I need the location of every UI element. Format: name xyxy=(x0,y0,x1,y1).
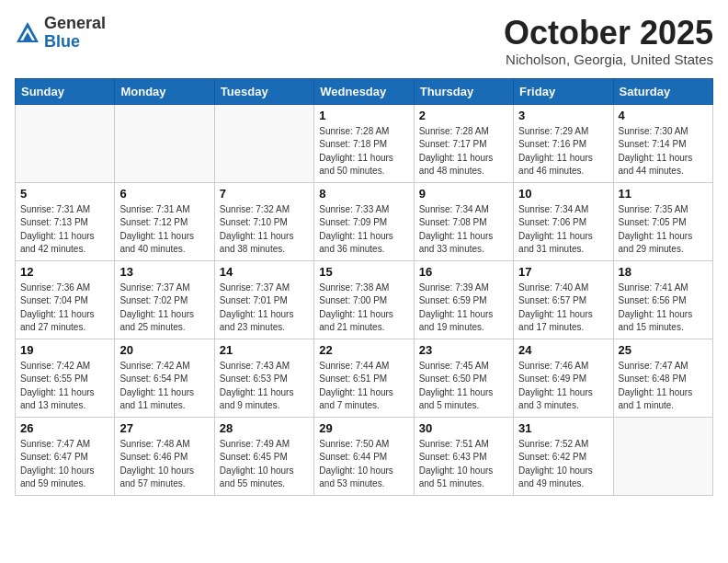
logo-blue: Blue xyxy=(44,32,80,51)
location: Nicholson, Georgia, United States xyxy=(504,52,713,67)
day-info: Sunrise: 7:47 AM Sunset: 6:48 PM Dayligh… xyxy=(619,360,708,413)
calendar-cell: 16Sunrise: 7:39 AM Sunset: 6:59 PM Dayli… xyxy=(414,260,513,339)
calendar-cell: 10Sunrise: 7:34 AM Sunset: 7:06 PM Dayli… xyxy=(514,182,613,260)
calendar-cell: 2Sunrise: 7:28 AM Sunset: 7:17 PM Daylig… xyxy=(414,104,513,182)
calendar-cell: 26Sunrise: 7:47 AM Sunset: 6:47 PM Dayli… xyxy=(16,417,115,495)
calendar-cell: 22Sunrise: 7:44 AM Sunset: 6:51 PM Dayli… xyxy=(314,339,414,417)
day-info: Sunrise: 7:37 AM Sunset: 7:01 PM Dayligh… xyxy=(220,282,309,335)
day-number: 20 xyxy=(119,343,209,357)
day-number: 15 xyxy=(319,265,408,279)
day-info: Sunrise: 7:28 AM Sunset: 7:17 PM Dayligh… xyxy=(419,125,508,178)
day-number: 22 xyxy=(319,343,408,357)
day-info: Sunrise: 7:48 AM Sunset: 6:46 PM Dayligh… xyxy=(119,438,209,491)
day-number: 9 xyxy=(419,187,508,201)
day-number: 25 xyxy=(619,343,708,357)
calendar-cell: 24Sunrise: 7:46 AM Sunset: 6:49 PM Dayli… xyxy=(514,339,613,417)
day-number: 19 xyxy=(20,343,109,357)
day-number: 23 xyxy=(419,343,508,357)
calendar-week-row: 19Sunrise: 7:42 AM Sunset: 6:55 PM Dayli… xyxy=(16,339,713,417)
calendar-cell: 25Sunrise: 7:47 AM Sunset: 6:48 PM Dayli… xyxy=(613,339,712,417)
calendar-cell: 30Sunrise: 7:51 AM Sunset: 6:43 PM Dayli… xyxy=(414,417,513,495)
calendar-cell xyxy=(214,104,313,182)
day-number: 16 xyxy=(419,265,508,279)
calendar-week-row: 5Sunrise: 7:31 AM Sunset: 7:13 PM Daylig… xyxy=(16,182,713,260)
day-info: Sunrise: 7:31 AM Sunset: 7:12 PM Dayligh… xyxy=(119,203,209,257)
day-info: Sunrise: 7:28 AM Sunset: 7:18 PM Dayligh… xyxy=(319,125,408,178)
day-info: Sunrise: 7:45 AM Sunset: 6:50 PM Dayligh… xyxy=(419,360,508,413)
calendar-cell xyxy=(613,417,712,495)
day-info: Sunrise: 7:32 AM Sunset: 7:10 PM Dayligh… xyxy=(220,203,309,257)
calendar-cell: 1Sunrise: 7:28 AM Sunset: 7:18 PM Daylig… xyxy=(314,104,414,182)
calendar-cell: 17Sunrise: 7:40 AM Sunset: 6:57 PM Dayli… xyxy=(514,260,613,339)
weekday-header-thursday: Thursday xyxy=(414,78,513,104)
day-number: 18 xyxy=(619,265,708,279)
day-number: 11 xyxy=(619,187,708,201)
day-info: Sunrise: 7:37 AM Sunset: 7:02 PM Dayligh… xyxy=(119,282,209,335)
day-number: 31 xyxy=(518,421,608,435)
day-info: Sunrise: 7:47 AM Sunset: 6:47 PM Dayligh… xyxy=(20,438,109,491)
calendar-cell: 13Sunrise: 7:37 AM Sunset: 7:02 PM Dayli… xyxy=(115,260,214,339)
calendar-cell: 3Sunrise: 7:29 AM Sunset: 7:16 PM Daylig… xyxy=(514,104,613,182)
calendar-cell: 14Sunrise: 7:37 AM Sunset: 7:01 PM Dayli… xyxy=(214,260,313,339)
weekday-header-friday: Friday xyxy=(514,78,613,104)
weekday-header-saturday: Saturday xyxy=(613,78,712,104)
day-info: Sunrise: 7:43 AM Sunset: 6:53 PM Dayligh… xyxy=(220,360,309,413)
day-number: 4 xyxy=(619,109,708,122)
weekday-header-row: SundayMondayTuesdayWednesdayThursdayFrid… xyxy=(16,78,713,104)
title-block: October 2025 Nicholson, Georgia, United … xyxy=(504,15,713,67)
calendar-week-row: 26Sunrise: 7:47 AM Sunset: 6:47 PM Dayli… xyxy=(16,417,713,495)
day-number: 21 xyxy=(220,343,309,357)
calendar-cell xyxy=(115,104,214,182)
calendar-cell: 20Sunrise: 7:42 AM Sunset: 6:54 PM Dayli… xyxy=(115,339,214,417)
logo-icon xyxy=(15,20,40,46)
calendar-cell: 7Sunrise: 7:32 AM Sunset: 7:10 PM Daylig… xyxy=(214,182,313,260)
calendar-cell: 19Sunrise: 7:42 AM Sunset: 6:55 PM Dayli… xyxy=(16,339,115,417)
calendar-cell xyxy=(16,104,115,182)
calendar-cell: 6Sunrise: 7:31 AM Sunset: 7:12 PM Daylig… xyxy=(115,182,214,260)
day-info: Sunrise: 7:35 AM Sunset: 7:05 PM Dayligh… xyxy=(619,203,708,257)
day-number: 24 xyxy=(518,343,608,357)
calendar-cell: 4Sunrise: 7:30 AM Sunset: 7:14 PM Daylig… xyxy=(613,104,712,182)
day-number: 13 xyxy=(119,265,209,279)
calendar-week-row: 1Sunrise: 7:28 AM Sunset: 7:18 PM Daylig… xyxy=(16,104,713,182)
month-title: October 2025 xyxy=(504,15,713,52)
day-info: Sunrise: 7:49 AM Sunset: 6:45 PM Dayligh… xyxy=(220,438,309,491)
day-info: Sunrise: 7:52 AM Sunset: 6:42 PM Dayligh… xyxy=(518,438,608,491)
calendar-cell: 27Sunrise: 7:48 AM Sunset: 6:46 PM Dayli… xyxy=(115,417,214,495)
logo-general: General xyxy=(44,14,106,32)
day-info: Sunrise: 7:31 AM Sunset: 7:13 PM Dayligh… xyxy=(20,203,109,257)
day-info: Sunrise: 7:42 AM Sunset: 6:55 PM Dayligh… xyxy=(20,360,109,413)
day-number: 3 xyxy=(518,109,608,122)
calendar-cell: 21Sunrise: 7:43 AM Sunset: 6:53 PM Dayli… xyxy=(214,339,313,417)
calendar-week-row: 12Sunrise: 7:36 AM Sunset: 7:04 PM Dayli… xyxy=(16,260,713,339)
day-info: Sunrise: 7:51 AM Sunset: 6:43 PM Dayligh… xyxy=(419,438,508,491)
calendar-cell: 9Sunrise: 7:34 AM Sunset: 7:08 PM Daylig… xyxy=(414,182,513,260)
day-number: 5 xyxy=(20,187,109,201)
calendar-cell: 18Sunrise: 7:41 AM Sunset: 6:56 PM Dayli… xyxy=(613,260,712,339)
day-info: Sunrise: 7:39 AM Sunset: 6:59 PM Dayligh… xyxy=(419,282,508,335)
day-number: 7 xyxy=(220,187,309,201)
day-number: 12 xyxy=(20,265,109,279)
day-number: 30 xyxy=(419,421,508,435)
weekday-header-tuesday: Tuesday xyxy=(214,78,313,104)
weekday-header-sunday: Sunday xyxy=(16,78,115,104)
header: General Blue October 2025 Nicholson, Geo… xyxy=(15,15,713,67)
weekday-header-monday: Monday xyxy=(115,78,214,104)
calendar-cell: 5Sunrise: 7:31 AM Sunset: 7:13 PM Daylig… xyxy=(16,182,115,260)
day-number: 10 xyxy=(518,187,608,201)
calendar-cell: 12Sunrise: 7:36 AM Sunset: 7:04 PM Dayli… xyxy=(16,260,115,339)
day-number: 17 xyxy=(518,265,608,279)
day-info: Sunrise: 7:44 AM Sunset: 6:51 PM Dayligh… xyxy=(319,360,408,413)
day-info: Sunrise: 7:29 AM Sunset: 7:16 PM Dayligh… xyxy=(518,125,608,178)
calendar-cell: 15Sunrise: 7:38 AM Sunset: 7:00 PM Dayli… xyxy=(314,260,414,339)
day-info: Sunrise: 7:50 AM Sunset: 6:44 PM Dayligh… xyxy=(319,438,408,491)
logo-text: General Blue xyxy=(44,15,106,52)
day-info: Sunrise: 7:36 AM Sunset: 7:04 PM Dayligh… xyxy=(20,282,109,335)
calendar-table: SundayMondayTuesdayWednesdayThursdayFrid… xyxy=(15,78,713,496)
day-number: 1 xyxy=(319,109,408,122)
day-number: 8 xyxy=(319,187,408,201)
day-info: Sunrise: 7:46 AM Sunset: 6:49 PM Dayligh… xyxy=(518,360,608,413)
calendar-cell: 28Sunrise: 7:49 AM Sunset: 6:45 PM Dayli… xyxy=(214,417,313,495)
day-info: Sunrise: 7:41 AM Sunset: 6:56 PM Dayligh… xyxy=(619,282,708,335)
day-info: Sunrise: 7:30 AM Sunset: 7:14 PM Dayligh… xyxy=(619,125,708,178)
